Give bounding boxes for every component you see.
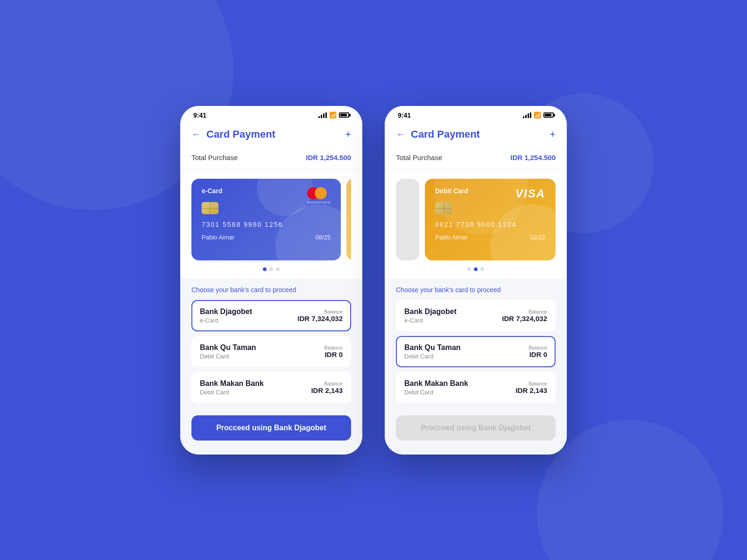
bank-type-1-1: e-Card: [200, 317, 252, 324]
card-carousel-2[interactable]: Debit Card VISA 0821 7738 9000 1234 Pabl…: [396, 179, 556, 263]
page-title-2: Card Payment: [411, 128, 480, 140]
bank-name-1-2: Bank Qu Taman: [200, 343, 256, 352]
balance-amount-2-3: IDR 2,143: [515, 386, 547, 394]
balance-label-2-1: Balance: [502, 309, 547, 315]
carousel-dots-1: [191, 267, 351, 271]
card-name-2: Pablo Aimar: [435, 234, 468, 241]
balance-amount-1-3: IDR 2,143: [311, 386, 343, 394]
add-button-2[interactable]: +: [550, 128, 556, 140]
battery-icon-2: [543, 112, 554, 118]
status-icons-2: 📶: [523, 112, 554, 119]
bank-item-1-2[interactable]: Bank Qu Taman Debit Card Balance IDR 0: [191, 336, 351, 367]
balance-amount-2-2: IDR 0: [529, 350, 547, 358]
dot-2-1[interactable]: [467, 267, 471, 271]
balance-amount-1-2: IDR 0: [324, 350, 343, 358]
bank-name-2-3: Bank Makan Bank: [404, 379, 468, 388]
bank-item-1-1[interactable]: Bank Djagobet e-Card Balance IDR 7,324,0…: [191, 300, 351, 331]
choose-bank-section-1: Choose your bank's card to proceed Bank …: [180, 279, 362, 408]
total-purchase-2: Total Purchase IDR 1,254.500: [385, 148, 567, 169]
choose-bank-label-1: Choose your bank's card to proceed: [191, 286, 351, 294]
bank-type-2-3: Debit Card: [404, 389, 468, 396]
balance-label-1-2: Balance: [324, 345, 343, 350]
wifi-icon-1: 📶: [329, 112, 337, 119]
wifi-icon-2: 📶: [534, 112, 541, 119]
bank-info-right-2-1: Balance IDR 7,324,032: [502, 309, 547, 322]
card-visible-2: Debit Card VISA 0821 7738 9000 1234 Pabl…: [396, 179, 556, 260]
total-label-1: Total Purchase: [191, 154, 238, 161]
credit-card-1[interactable]: e-Card mastercard 7301 5568 9980 1256: [191, 179, 341, 260]
header-left-2: ← Card Payment: [396, 128, 480, 140]
balance-amount-1-1: IDR 7,324,032: [297, 315, 343, 322]
card-name-1: Pablo Aimar: [202, 234, 234, 241]
total-amount-1: IDR 1,254.500: [306, 154, 351, 161]
card-visible-1: e-Card mastercard 7301 5568 9980 1256: [191, 179, 351, 260]
proceed-button-1[interactable]: Procceed using Bank Djagobet: [191, 415, 351, 441]
bank-name-1-3: Bank Makan Bank: [200, 379, 264, 388]
bank-type-2-1: e-Card: [404, 317, 457, 324]
bank-info-right-2-2: Balance IDR 0: [529, 345, 547, 358]
balance-label-2-2: Balance: [529, 345, 547, 350]
visa-logo-2: VISA: [515, 187, 545, 200]
total-amount-2: IDR 1,254.500: [510, 154, 556, 161]
bank-info-right-1-3: Balance IDR 2,143: [311, 381, 343, 394]
bank-name-1-1: Bank Djagobet: [200, 308, 252, 316]
header-1: ← Card Payment +: [180, 123, 362, 148]
card-section-1: e-Card mastercard 7301 5568 9980 1256: [180, 169, 362, 279]
back-button-2[interactable]: ←: [396, 129, 405, 140]
header-left-1: ← Card Payment: [191, 128, 275, 140]
bank-name-2-1: Bank Djagobet: [404, 308, 457, 316]
bank-type-1-3: Debit Card: [200, 389, 264, 396]
page-title-1: Card Payment: [206, 128, 275, 140]
status-icons-1: 📶: [318, 112, 349, 119]
bank-item-1-3[interactable]: Bank Makan Bank Debit Card Balance IDR 2…: [191, 372, 351, 403]
bank-info-left-1-3: Bank Makan Bank Debit Card: [200, 379, 264, 396]
bank-info-right-1-1: Balance IDR 7,324,032: [297, 309, 343, 322]
credit-card-2[interactable]: Debit Card VISA 0821 7738 9000 1234 Pabl…: [425, 179, 556, 260]
choose-bank-label-2: Choose your bank's card to proceed: [396, 286, 556, 294]
balance-amount-2-1: IDR 7,324,032: [502, 315, 547, 322]
bank-name-2-2: Bank Qu Taman: [404, 343, 461, 352]
card-peek-1[interactable]: [346, 179, 351, 260]
time-1: 9:41: [193, 112, 206, 119]
signal-icon-2: [523, 112, 531, 118]
dot-2-3[interactable]: [480, 267, 484, 271]
dot-1-2[interactable]: [269, 267, 273, 271]
phone-2: 9:41 📶 ← Card Payment +: [385, 106, 567, 455]
chip-1: [202, 202, 218, 214]
bank-info-left-1-1: Bank Djagobet e-Card: [200, 308, 252, 324]
chip-2: [435, 202, 452, 214]
balance-label-2-3: Balance: [515, 381, 547, 386]
battery-icon-1: [339, 112, 349, 118]
bank-info-right-2-3: Balance IDR 2,143: [515, 381, 547, 394]
card-carousel-1[interactable]: e-Card mastercard 7301 5568 9980 1256: [191, 179, 351, 263]
bank-info-left-2-1: Bank Djagobet e-Card: [404, 308, 457, 324]
bank-item-2-3[interactable]: Bank Makan Bank Debit Card Balance IDR 2…: [396, 372, 556, 403]
card-peek-left-2[interactable]: [396, 179, 419, 260]
dot-1-3[interactable]: [276, 267, 280, 271]
bank-item-2-1[interactable]: Bank Djagobet e-Card Balance IDR 7,324,0…: [396, 300, 556, 331]
status-bar-1: 9:41 📶: [180, 106, 362, 123]
back-button-1[interactable]: ←: [191, 129, 201, 140]
balance-label-1-3: Balance: [311, 381, 343, 386]
bank-type-1-2: Debit Card: [200, 353, 256, 360]
proceed-section-2: Procceed using Bank Djagobet: [385, 408, 567, 455]
bank-info-left-2-2: Bank Qu Taman Debit Card: [404, 343, 461, 360]
dot-2-2[interactable]: [474, 267, 478, 271]
bank-info-left-1-2: Bank Qu Taman Debit Card: [200, 343, 256, 360]
total-purchase-1: Total Purchase IDR 1,254.500: [180, 148, 362, 169]
dot-1-1[interactable]: [263, 267, 267, 271]
bank-item-2-2[interactable]: Bank Qu Taman Debit Card Balance IDR 0: [396, 336, 556, 367]
status-bar-2: 9:41 📶: [385, 106, 567, 123]
carousel-dots-2: [396, 267, 556, 271]
bank-type-2-2: Debit Card: [404, 353, 461, 360]
add-button-1[interactable]: +: [345, 128, 351, 140]
proceed-section-1: Procceed using Bank Djagobet: [180, 408, 362, 455]
card-section-2: Debit Card VISA 0821 7738 9000 1234 Pabl…: [385, 169, 567, 279]
balance-label-1-1: Balance: [297, 309, 343, 315]
proceed-button-2[interactable]: Procceed using Bank Djagobet: [396, 415, 556, 441]
signal-icon-1: [318, 112, 327, 118]
mastercard-logo-1: mastercard: [307, 187, 331, 204]
bank-info-right-1-2: Balance IDR 0: [324, 345, 343, 358]
card-type-1: e-Card: [202, 187, 222, 195]
bank-info-left-2-3: Bank Makan Bank Debit Card: [404, 379, 468, 396]
